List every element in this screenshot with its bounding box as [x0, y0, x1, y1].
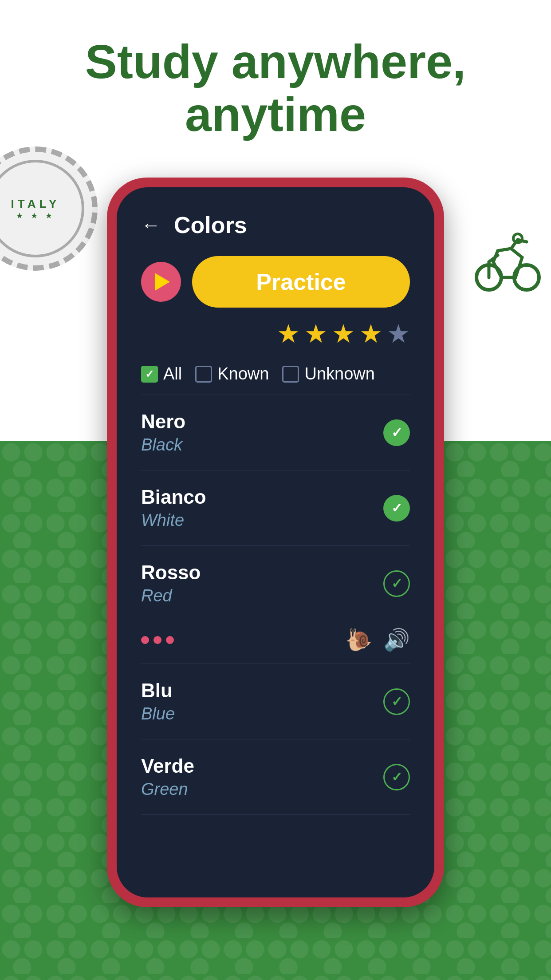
- item-verde-english: Green: [141, 780, 383, 799]
- practice-button[interactable]: Practice: [192, 256, 410, 308]
- stamp-stars: ★ ★ ★: [16, 211, 55, 221]
- dot-1: [141, 636, 149, 644]
- item-blu-italian: Blu: [141, 680, 383, 702]
- checkbox-known[interactable]: [195, 366, 212, 383]
- list-item[interactable]: Blu Blue ✓: [117, 664, 434, 739]
- checkmark-bianco: ✓: [391, 500, 402, 516]
- header-section: Study anywhere, anytime: [0, 36, 551, 141]
- scooter-decoration: [471, 213, 542, 295]
- filter-row: ✓ All Known Unknown: [117, 358, 434, 395]
- sub-icons-row: 🐌 🔊: [346, 628, 410, 652]
- play-button[interactable]: [141, 262, 181, 302]
- item-bianco-italian: Bianco: [141, 486, 383, 508]
- item-blu-text: Blu Blue: [141, 680, 383, 723]
- play-triangle-icon: [155, 273, 170, 291]
- checkmark-blu: ✓: [391, 694, 402, 709]
- item-rosso-english: Red: [141, 586, 383, 605]
- screen-header: ← Colors: [117, 187, 434, 252]
- item-rosso-text: Rosso Red: [141, 561, 383, 605]
- headline: Study anywhere, anytime: [0, 36, 551, 141]
- star-5: ★: [387, 319, 410, 349]
- item-bianco-text: Bianco White: [141, 486, 383, 530]
- checkbox-unknown[interactable]: [282, 366, 299, 383]
- more-options-dots[interactable]: [141, 636, 174, 644]
- check-bianco[interactable]: ✓: [383, 495, 410, 522]
- star-4: ★: [359, 319, 382, 349]
- dot-3: [166, 636, 174, 644]
- stars-rating: ★ ★ ★ ★ ★: [117, 316, 434, 358]
- filter-all[interactable]: ✓ All: [141, 364, 182, 383]
- item-bianco-english: White: [141, 511, 383, 530]
- item-nero-text: Nero Black: [141, 411, 383, 454]
- filter-unknown[interactable]: Unknown: [282, 364, 374, 383]
- item-rosso-italian: Rosso: [141, 561, 383, 584]
- item-nero-english: Black: [141, 435, 383, 454]
- check-verde[interactable]: ✓: [383, 764, 410, 790]
- checkmark-all: ✓: [145, 368, 154, 380]
- list-item[interactable]: Rosso Red ✓: [117, 546, 434, 621]
- filter-known-label: Known: [217, 364, 269, 383]
- item-nero-italian: Nero: [141, 411, 383, 433]
- list-item[interactable]: Verde Green ✓: [117, 739, 434, 814]
- practice-row: Practice: [117, 252, 434, 316]
- filter-known[interactable]: Known: [195, 364, 269, 383]
- star-3: ★: [332, 319, 355, 349]
- dot-2: [153, 636, 161, 644]
- item-verde-italian: Verde: [141, 755, 383, 777]
- italy-stamp: ITALY ★ ★ ★: [0, 146, 98, 271]
- checkbox-all[interactable]: ✓: [141, 366, 158, 383]
- check-blu[interactable]: ✓: [383, 688, 410, 715]
- item-verde-text: Verde Green: [141, 755, 383, 799]
- screen-title: Colors: [174, 212, 247, 238]
- phone-screen: ← Colors Practice ★ ★ ★ ★ ★: [117, 187, 434, 897]
- item-blu-english: Blue: [141, 704, 383, 723]
- star-1: ★: [277, 319, 300, 349]
- check-nero[interactable]: ✓: [383, 419, 410, 446]
- speaker-icon[interactable]: 🔊: [383, 628, 410, 652]
- rosso-expanded-row: 🐌 🔊: [117, 621, 434, 664]
- checkmark-nero: ✓: [391, 425, 402, 440]
- list-item[interactable]: Nero Black ✓: [117, 395, 434, 470]
- filter-all-label: All: [163, 364, 182, 383]
- phone-frame: ← Colors Practice ★ ★ ★ ★ ★: [107, 178, 444, 907]
- back-button[interactable]: ←: [141, 214, 161, 236]
- divider-5: [141, 814, 410, 815]
- stamp-text: ITALY: [11, 197, 60, 211]
- phone-mockup: ← Colors Practice ★ ★ ★ ★ ★: [107, 178, 444, 907]
- checkmark-rosso: ✓: [391, 576, 402, 591]
- star-2: ★: [304, 319, 327, 349]
- check-rosso[interactable]: ✓: [383, 570, 410, 597]
- snail-icon[interactable]: 🐌: [346, 628, 372, 652]
- checkmark-verde: ✓: [391, 769, 402, 785]
- filter-unknown-label: Unknown: [304, 364, 374, 383]
- list-item[interactable]: Bianco White ✓: [117, 470, 434, 545]
